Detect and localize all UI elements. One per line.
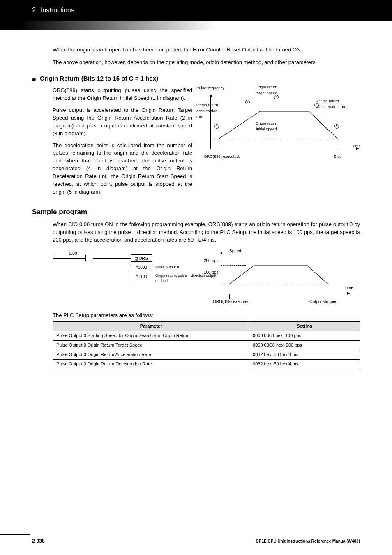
table-cell: 0000 00C8 hex: 200 pps: [249, 341, 360, 350]
chart-ylabel: Speed: [229, 248, 241, 254]
table-cell: 0032 hex: 50 hex/4 ms: [249, 350, 360, 360]
y-axis-arrow-icon: ▲: [209, 92, 213, 99]
trapezoid-profile: [210, 108, 346, 149]
bullet-dot-icon: [32, 78, 36, 81]
table-cell: 0032 hex: 50 hex/4 ms: [249, 360, 360, 369]
heading-sample-program: Sample program: [32, 207, 360, 217]
table-intro-text: The PLC Setup parameters are as follows:: [53, 312, 360, 319]
table-header-parameter: Parameter: [53, 322, 249, 331]
table-row: Pulse Output 0 Starting Speed for Origin…: [53, 331, 360, 341]
origin-return-p1: ORG(889) starts outputting pulses using …: [53, 87, 192, 102]
footer-rule: [0, 534, 30, 535]
speed-profile-chart: ▲ ▶ Speed 200 pps 100 pps Time ORG(889) …: [201, 249, 353, 307]
section-heading-origin-return: Origin Return (Bits 12 to 15 of C = 1 he…: [32, 74, 360, 83]
table-cell: Pulse Output 0 Origin Return Target Spee…: [53, 341, 249, 350]
speed-trapezoid: [221, 261, 340, 294]
intro-paragraph-2: The above operation, however, depends on…: [53, 59, 360, 67]
page-body: When the origin search operation has bee…: [0, 30, 392, 369]
label-stop: Stop: [334, 154, 342, 160]
header-gradient: [0, 21, 392, 30]
table-header-setting: Setting: [249, 322, 360, 331]
y-axis-arrow-icon: ▲: [219, 250, 224, 256]
chapter-title: Instructions: [41, 7, 74, 14]
label-decel-rate: Origin return deceleration rate: [317, 98, 346, 110]
intro-paragraph-1: When the origin search operation has bee…: [53, 46, 360, 54]
label-target-speed: Origin return target speed: [256, 84, 277, 96]
plc-setup-parameters-table: Parameter Setting Pulse Output 0 Startin…: [53, 321, 360, 369]
marker-3: 3: [274, 95, 279, 99]
label-accel-rate: Origin return acceleration rate: [196, 102, 218, 119]
chapter-number: 2: [32, 7, 36, 14]
label-time: Time: [352, 143, 361, 149]
ladder-label-operand1: Pulse output 0: [155, 265, 179, 270]
origin-return-text-column: ORG(889) starts outputting pulses using …: [53, 87, 192, 200]
table-row: Pulse Output 0 Origin Return Acceleratio…: [53, 350, 360, 360]
ladder-box-org: @ORG: [131, 254, 152, 262]
label-pulse-frequency: Pulse frequency: [196, 85, 229, 91]
chart-y100: 100 pps: [204, 270, 219, 276]
table-row: Pulse Output 0 Origin Return Target Spee…: [53, 341, 360, 350]
page-footer: 2-338 CP1E CPU Unit Instructions Referen…: [0, 537, 392, 545]
marker-2: 2: [245, 100, 250, 104]
page-header: 2 Instructions: [0, 0, 392, 21]
table-cell: Pulse Output 0 Origin Return Acceleratio…: [53, 350, 249, 360]
table-cell: 0000 0064 hex: 100 pps: [249, 331, 360, 341]
x-axis-arrow-icon: ▶: [347, 290, 350, 296]
table-row: Pulse Output 0 Origin Return Deceleratio…: [53, 360, 360, 369]
origin-return-diagram: ▲ ▶ 1 2 3 4 5 Pulse frequency Or: [198, 87, 360, 157]
ladder-box-operand1: #0000: [131, 264, 152, 271]
section-heading-text: Origin Return (Bits 12 to 15 of C = 1 he…: [40, 74, 158, 83]
chart-executed-label: ORG(889) executed.: [213, 299, 251, 305]
table-cell: Pulse Output 0 Origin Return Deceleratio…: [53, 360, 249, 369]
sample-description: When CIO 0.00 turns ON in the following …: [53, 221, 360, 244]
label-initial-speed: Origin return initial speed: [256, 120, 277, 132]
origin-return-p3: The deceleration point is calculated fro…: [53, 142, 192, 196]
ladder-box-operand2: #1100: [131, 273, 152, 280]
origin-return-p2: Pulse output is accelerated to the Origi…: [53, 106, 192, 137]
chart-time-label: Time: [344, 285, 353, 291]
chart-stopped-label: Output stopped.: [309, 299, 339, 305]
page-number: 2-338: [32, 538, 45, 544]
table-cell: Pulse Output 0 Starting Speed for Origin…: [53, 331, 249, 341]
ladder-diagram: 0.00 @ORG #0000 #1100 Pulse output 0 Ori…: [53, 249, 192, 303]
manual-title: CP1E CPU Unit Instructions Reference Man…: [256, 539, 360, 543]
label-executed: ORG(889) executed.: [204, 154, 240, 160]
ladder-contact-address: 0.00: [69, 251, 77, 257]
chart-y200: 200 pps: [204, 258, 219, 264]
